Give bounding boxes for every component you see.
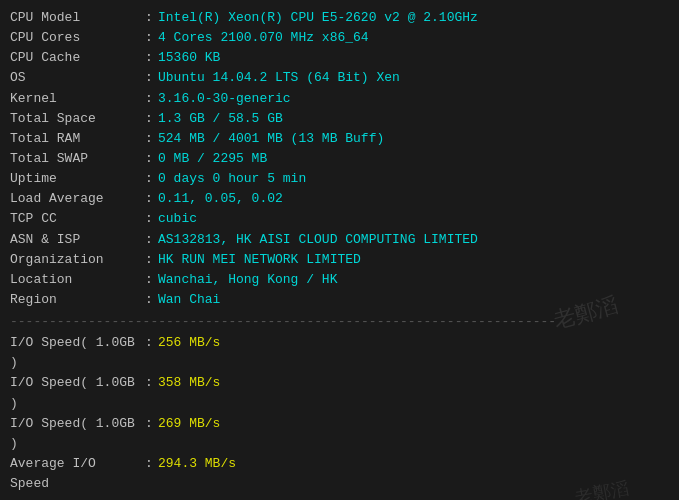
- row-value: 0 days 0 hour 5 min: [158, 169, 306, 189]
- row-colon: :: [140, 68, 158, 88]
- system-info-section: CPU Model:Intel(R) Xeon(R) CPU E5-2620 v…: [10, 8, 669, 500]
- info-row: OS:Ubuntu 14.04.2 LTS (64 Bit) Xen: [10, 68, 669, 88]
- io-section: I/O Speed( 1.0GB ):256 MB/sI/O Speed( 1.…: [10, 333, 669, 494]
- io-colon: :: [140, 333, 158, 373]
- io-label: I/O Speed( 1.0GB ): [10, 333, 140, 373]
- row-label: CPU Cache: [10, 48, 140, 68]
- row-colon: :: [140, 169, 158, 189]
- io-value: 294.3 MB/s: [158, 454, 236, 494]
- info-row: ASN & ISP:AS132813, HK AISI CLOUD COMPUT…: [10, 230, 669, 250]
- row-value: 524 MB / 4001 MB (13 MB Buff): [158, 129, 384, 149]
- io-row: I/O Speed( 1.0GB ):269 MB/s: [10, 414, 669, 454]
- row-label: Uptime: [10, 169, 140, 189]
- row-label: CPU Cores: [10, 28, 140, 48]
- row-label: Organization: [10, 250, 140, 270]
- info-row: Location:Wanchai, Hong Kong / HK: [10, 270, 669, 290]
- divider-1: ----------------------------------------…: [10, 314, 669, 329]
- row-value: 4 Cores 2100.070 MHz x86_64: [158, 28, 369, 48]
- info-row: CPU Cache:15360 KB: [10, 48, 669, 68]
- row-colon: :: [140, 89, 158, 109]
- row-label: Total Space: [10, 109, 140, 129]
- row-label: ASN & ISP: [10, 230, 140, 250]
- info-row: CPU Model:Intel(R) Xeon(R) CPU E5-2620 v…: [10, 8, 669, 28]
- row-value: 3.16.0-30-generic: [158, 89, 291, 109]
- info-row: Load Average:0.11, 0.05, 0.02: [10, 189, 669, 209]
- io-label: Average I/O Speed: [10, 454, 140, 494]
- io-colon: :: [140, 414, 158, 454]
- info-row: Total Space:1.3 GB / 58.5 GB: [10, 109, 669, 129]
- io-label: I/O Speed( 1.0GB ): [10, 373, 140, 413]
- info-row: Uptime:0 days 0 hour 5 min: [10, 169, 669, 189]
- row-label: Location: [10, 270, 140, 290]
- io-value: 256 MB/s: [158, 333, 220, 373]
- info-row: TCP CC:cubic: [10, 209, 669, 229]
- row-label: Kernel: [10, 89, 140, 109]
- row-label: TCP CC: [10, 209, 140, 229]
- row-colon: :: [140, 209, 158, 229]
- row-colon: :: [140, 129, 158, 149]
- row-colon: :: [140, 189, 158, 209]
- io-colon: :: [140, 373, 158, 413]
- row-colon: :: [140, 8, 158, 28]
- row-label: Load Average: [10, 189, 140, 209]
- row-label: Total SWAP: [10, 149, 140, 169]
- row-value: AS132813, HK AISI CLOUD COMPUTING LIMITE…: [158, 230, 478, 250]
- info-row: Total SWAP:0 MB / 2295 MB: [10, 149, 669, 169]
- io-colon: :: [140, 454, 158, 494]
- row-value: 0 MB / 2295 MB: [158, 149, 267, 169]
- row-value: cubic: [158, 209, 197, 229]
- row-colon: :: [140, 290, 158, 310]
- row-label: CPU Model: [10, 8, 140, 28]
- io-row: I/O Speed( 1.0GB ):256 MB/s: [10, 333, 669, 373]
- row-label: Region: [10, 290, 140, 310]
- row-value: 0.11, 0.05, 0.02: [158, 189, 283, 209]
- row-colon: :: [140, 270, 158, 290]
- row-label: OS: [10, 68, 140, 88]
- row-colon: :: [140, 28, 158, 48]
- info-row: Total RAM:524 MB / 4001 MB (13 MB Buff): [10, 129, 669, 149]
- row-colon: :: [140, 230, 158, 250]
- io-value: 358 MB/s: [158, 373, 220, 413]
- row-value: HK RUN MEI NETWORK LIMITED: [158, 250, 361, 270]
- io-row: Average I/O Speed:294.3 MB/s: [10, 454, 669, 494]
- row-value: Wan Chai: [158, 290, 220, 310]
- info-row: CPU Cores:4 Cores 2100.070 MHz x86_64: [10, 28, 669, 48]
- info-row: Kernel:3.16.0-30-generic: [10, 89, 669, 109]
- row-value: Intel(R) Xeon(R) CPU E5-2620 v2 @ 2.10GH…: [158, 8, 478, 28]
- info-row: Region:Wan Chai: [10, 290, 669, 310]
- row-colon: :: [140, 48, 158, 68]
- row-value: Wanchai, Hong Kong / HK: [158, 270, 337, 290]
- info-row: Organization:HK RUN MEI NETWORK LIMITED: [10, 250, 669, 270]
- row-value: Ubuntu 14.04.2 LTS (64 Bit) Xen: [158, 68, 400, 88]
- io-value: 269 MB/s: [158, 414, 220, 454]
- row-colon: :: [140, 109, 158, 129]
- io-row: I/O Speed( 1.0GB ):358 MB/s: [10, 373, 669, 413]
- row-value: 15360 KB: [158, 48, 220, 68]
- io-label: I/O Speed( 1.0GB ): [10, 414, 140, 454]
- row-colon: :: [140, 250, 158, 270]
- row-colon: :: [140, 149, 158, 169]
- row-label: Total RAM: [10, 129, 140, 149]
- row-value: 1.3 GB / 58.5 GB: [158, 109, 283, 129]
